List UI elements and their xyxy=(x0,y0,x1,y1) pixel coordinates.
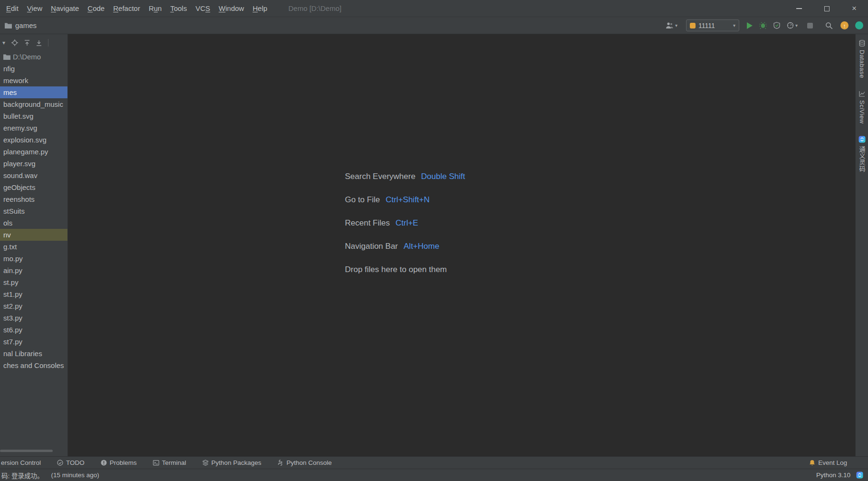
menu-edit[interactable]: Edit xyxy=(2,0,23,17)
tree-item-label: nfig xyxy=(3,65,15,73)
project-view-dropdown[interactable]: ▾ xyxy=(2,39,5,46)
tool-window-button-label: Python Packages xyxy=(211,459,261,466)
tree-item-explosion-svg[interactable]: explosion.svg xyxy=(0,134,67,146)
python-interpreter-label[interactable]: Python 3.10 xyxy=(816,472,850,479)
tree-item-label: enemy.svg xyxy=(3,124,37,132)
expand-all-icon[interactable] xyxy=(24,40,30,46)
tree-item-label: st3.py xyxy=(3,314,22,322)
tree-item-st2-py[interactable]: st2.py xyxy=(0,300,67,312)
collapse-all-icon[interactable] xyxy=(36,40,42,46)
tree-item-planegame-py[interactable]: planegame.py xyxy=(0,146,67,158)
breadcrumb[interactable]: games xyxy=(0,21,37,29)
tree-item-bullet-svg[interactable]: bullet.svg xyxy=(0,110,67,122)
tool-window-button-label: ersion Control xyxy=(1,459,41,466)
stripe-tab-database[interactable]: Database xyxy=(858,40,866,78)
menu-tools[interactable]: Tools xyxy=(166,0,191,17)
tree-item-ols[interactable]: ols xyxy=(0,217,67,229)
menu-window[interactable]: Window xyxy=(214,0,248,17)
problems-icon xyxy=(101,460,107,466)
tree-item-player-svg[interactable]: player.svg xyxy=(0,158,67,170)
tree-item-reenshots[interactable]: reenshots xyxy=(0,193,67,205)
tool-window-button-todo[interactable]: TODO xyxy=(57,459,85,466)
editor-hint-line: Go to FileCtrl+Shift+N xyxy=(345,188,465,211)
profiler-button[interactable]: ▾ xyxy=(787,22,798,29)
tree-item-mework[interactable]: mework xyxy=(0,75,67,86)
status-message: 码: 登录成功。 xyxy=(1,471,44,480)
tree-item-geobjects[interactable]: geObjects xyxy=(0,181,67,193)
editor-area: Search EverywhereDouble ShiftGo to FileC… xyxy=(68,34,855,456)
tree-item-st1-py[interactable]: st1.py xyxy=(0,288,67,300)
up-arrow-icon: ↑ xyxy=(843,23,846,28)
menu-vcs[interactable]: VCS xyxy=(191,0,214,17)
tree-item-mo-py[interactable]: mo.py xyxy=(0,253,67,264)
tree-item-ain-py[interactable]: ain.py xyxy=(0,264,67,276)
run-config-select[interactable]: 11111 ▾ xyxy=(686,19,739,31)
tree-item-enemy-svg[interactable]: enemy.svg xyxy=(0,122,67,134)
stripe-tab-label: 通义灵码 xyxy=(858,146,867,172)
tree-item-ches-and-consoles[interactable]: ches and Consoles xyxy=(0,359,67,371)
tree-item-label: mework xyxy=(3,76,29,85)
stop-icon xyxy=(807,23,813,28)
tree-item-nfig[interactable]: nfig xyxy=(0,63,67,75)
tree-item-g-txt[interactable]: g.txt xyxy=(0,241,67,253)
tree-item-background-music[interactable]: background_music xyxy=(0,98,67,110)
tree-item-st7-py[interactable]: st7.py xyxy=(0,336,67,348)
maximize-button[interactable] xyxy=(813,0,840,17)
menu-run[interactable]: Run xyxy=(144,0,166,17)
menu-code[interactable]: Code xyxy=(83,0,109,17)
run-button[interactable] xyxy=(747,22,753,29)
stop-button[interactable] xyxy=(807,23,813,28)
chevron-down-icon: ▾ xyxy=(675,23,677,28)
tool-window-button-label: Terminal xyxy=(162,459,186,466)
select-opened-file-icon[interactable] xyxy=(11,39,18,46)
horizontal-scrollbar[interactable] xyxy=(0,450,53,452)
pyconsole-icon xyxy=(277,460,284,466)
tree-item-label: st7.py xyxy=(3,338,22,346)
menu-navigate[interactable]: Navigate xyxy=(47,0,83,17)
chevron-down-icon: ▾ xyxy=(733,23,735,28)
tool-window-button-problems[interactable]: Problems xyxy=(101,459,137,466)
tool-window-button-python-packages[interactable]: Python Packages xyxy=(202,459,261,466)
tree-item-label: st2.py xyxy=(3,302,22,310)
run-with-coverage-button[interactable] xyxy=(773,22,780,29)
tree-item-nal-libraries[interactable]: nal Libraries xyxy=(0,348,67,359)
menu-refactor[interactable]: Refactor xyxy=(109,0,144,17)
code-with-me-users-button[interactable]: ▾ xyxy=(666,22,677,29)
menu-help[interactable]: Help xyxy=(248,0,272,17)
packages-icon xyxy=(202,460,209,466)
tree-item-st-py[interactable]: st.py xyxy=(0,276,67,288)
tree-item-label: g.txt xyxy=(3,243,17,251)
tree-item-stsuits[interactable]: stSuits xyxy=(0,205,67,217)
editor-start-hints: Search EverywhereDouble ShiftGo to FileC… xyxy=(345,165,465,281)
stripe-tab-sciview[interactable]: SciView xyxy=(858,91,866,124)
minimize-button[interactable] xyxy=(785,0,813,17)
tree-item-sound-wav[interactable]: sound.wav xyxy=(0,170,67,181)
tree-item-st3-py[interactable]: st3.py xyxy=(0,312,67,324)
stripe-tab-item[interactable]: 通义灵码 xyxy=(858,136,867,172)
tool-window-button-python-console[interactable]: Python Console xyxy=(277,459,332,466)
tool-window-bar: ersion ControlTODOProblemsTerminalPython… xyxy=(0,456,868,469)
hint-shortcut: Alt+Home xyxy=(404,242,439,251)
run-config-label: 11111 xyxy=(698,22,715,29)
ide-update-button[interactable]: ↑ xyxy=(840,21,849,29)
search-everywhere-button[interactable] xyxy=(825,22,833,29)
main-toolbar: games ▾ 11111 ▾ ▾ ↑ xyxy=(0,17,868,34)
tree-item-mes[interactable]: mes xyxy=(0,86,67,98)
chevron-down-icon: ▾ xyxy=(795,23,798,28)
tongyi-icon[interactable] xyxy=(856,472,863,479)
tool-window-buttons-right: Event Log xyxy=(809,459,868,466)
status-timestamp: (15 minutes ago) xyxy=(51,472,99,479)
menu-view[interactable]: View xyxy=(23,0,47,17)
tool-window-button-terminal[interactable]: Terminal xyxy=(153,459,186,466)
status-bar: 码: 登录成功。 (15 minutes ago) Python 3.10 xyxy=(0,469,868,481)
tree-item-label: geObjects xyxy=(3,183,36,191)
close-button[interactable]: × xyxy=(840,0,868,17)
debug-button[interactable] xyxy=(759,22,767,29)
tree-item-label: explosion.svg xyxy=(3,136,47,144)
tool-window-button-ersion-control[interactable]: ersion Control xyxy=(1,459,41,466)
tree-item-st6-py[interactable]: st6.py xyxy=(0,324,67,336)
tree-item-d-demo[interactable]: D:\Demo xyxy=(0,51,67,63)
tree-item-nv[interactable]: nv xyxy=(0,229,67,241)
tool-window-button-event-log[interactable]: Event Log xyxy=(809,459,847,466)
status-indicator-icon[interactable] xyxy=(855,21,863,29)
